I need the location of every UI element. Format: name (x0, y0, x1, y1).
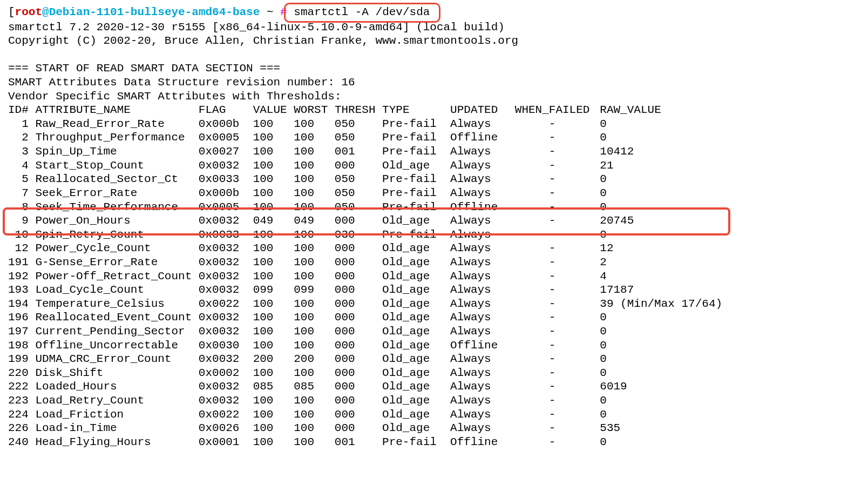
cell-thresh: 001 (335, 145, 382, 159)
cell-flag: 0x0002 (199, 366, 253, 380)
cell-worst: 100 (294, 311, 335, 325)
cell-name: Load_Friction (29, 408, 199, 422)
table-row: 10Spin_Retry_Count0x0033100100030Pre-fai… (8, 228, 860, 242)
table-row: 8Seek_Time_Performance0x0005100100050Pre… (8, 200, 860, 214)
cell-flag: 0x0032 (199, 270, 253, 284)
cell-value: 085 (253, 380, 294, 394)
cell-flag: 0x0033 (199, 228, 253, 242)
cell-raw: 0 (593, 172, 607, 186)
cell-updated: Always (450, 283, 511, 297)
cell-updated: Always (450, 145, 511, 159)
cell-when: - (511, 366, 593, 380)
cell-thresh: 050 (335, 117, 382, 131)
cell-id: 12 (8, 241, 29, 255)
revision-line: SMART Attributes Data Structure revision… (8, 76, 860, 90)
cell-value: 100 (253, 255, 294, 270)
table-row: 198Offline_Uncorrectable0x0030100100000O… (8, 339, 860, 353)
cell-when: - (511, 255, 593, 270)
cell-when: - (511, 283, 593, 297)
cell-value: 200 (253, 352, 294, 366)
cell-thresh: 000 (335, 255, 382, 270)
table-row: 3Spin_Up_Time0x0027100100001Pre-failAlwa… (8, 145, 860, 159)
cell-worst: 049 (294, 214, 335, 228)
cell-thresh: 001 (335, 435, 382, 449)
cell-when: - (511, 241, 593, 255)
cell-raw: 20745 (593, 214, 634, 228)
cell-flag: 0x000b (199, 186, 253, 200)
cell-flag: 0x0032 (199, 352, 253, 366)
table-header-row: ID#ATTRIBUTE_NAMEFLAGVALUEWORSTTHRESHTYP… (8, 103, 860, 117)
header-flag: FLAG (199, 103, 253, 117)
cell-updated: Always (450, 255, 511, 270)
cell-when: - (511, 311, 593, 325)
cell-worst: 100 (294, 241, 335, 255)
cell-raw: 0 (593, 394, 607, 408)
table-row: 1Raw_Read_Error_Rate0x000b100100050Pre-f… (8, 117, 860, 131)
cell-flag: 0x0032 (199, 241, 253, 255)
cell-value: 100 (253, 200, 294, 214)
cell-flag: 0x000b (199, 117, 253, 131)
cell-when: - (511, 421, 593, 435)
cell-when: - (511, 325, 593, 339)
table-row: 196Reallocated_Event_Count0x003210010000… (8, 311, 860, 325)
cell-thresh: 000 (335, 241, 382, 255)
cell-raw: 0 (593, 325, 607, 339)
cell-updated: Always (450, 311, 511, 325)
cell-raw: 0 (593, 117, 607, 131)
cell-updated: Always (450, 325, 511, 339)
cell-updated: Offline (450, 435, 511, 449)
cell-flag: 0x0001 (199, 435, 253, 449)
cell-type: Old_age (382, 339, 450, 353)
cell-worst: 100 (294, 297, 335, 311)
cell-worst: 100 (294, 200, 335, 214)
cell-raw: 17187 (593, 283, 634, 297)
cell-raw: 2 (593, 255, 607, 270)
cell-value: 100 (253, 297, 294, 311)
cell-flag: 0x0032 (199, 394, 253, 408)
cell-value: 100 (253, 131, 294, 145)
cell-raw: 0 (593, 352, 607, 366)
cell-type: Pre-fail (382, 172, 450, 186)
cell-raw: 535 (593, 421, 620, 435)
cell-id: 2 (8, 131, 29, 145)
cell-name: Power_Cycle_Count (29, 241, 199, 255)
cell-id: 10 (8, 228, 29, 242)
cell-when: - (511, 200, 593, 214)
cell-name: Temperature_Celsius (29, 297, 199, 311)
table-row: 194Temperature_Celsius0x0022100100000Old… (8, 297, 860, 311)
cell-raw: 0 (593, 311, 607, 325)
cell-name: Spin_Retry_Count (29, 228, 199, 242)
cell-updated: Always (450, 228, 511, 242)
cell-worst: 100 (294, 421, 335, 435)
table-row: 226Load-in_Time0x0026100100000Old_ageAlw… (8, 421, 860, 435)
blank-line (8, 48, 860, 62)
cell-thresh: 000 (335, 214, 382, 228)
cell-id: 5 (8, 172, 29, 186)
command-text: smartctl -A /dev/sda (287, 6, 430, 18)
cell-value: 100 (253, 325, 294, 339)
cell-value: 049 (253, 214, 294, 228)
cell-thresh: 000 (335, 380, 382, 394)
cell-updated: Always (450, 159, 511, 173)
cell-name: Disk_Shift (29, 366, 199, 380)
header-value: VALUE (253, 103, 294, 117)
cell-id: 226 (8, 421, 29, 435)
cell-value: 100 (253, 394, 294, 408)
cell-flag: 0x0022 (199, 408, 253, 422)
cell-thresh: 050 (335, 200, 382, 214)
cell-worst: 100 (294, 172, 335, 186)
cell-thresh: 000 (335, 366, 382, 380)
cell-worst: 099 (294, 283, 335, 297)
cell-type: Pre-fail (382, 228, 450, 242)
cell-name: Seek_Time_Performance (29, 200, 199, 214)
cell-flag: 0x0032 (199, 311, 253, 325)
cell-name: UDMA_CRC_Error_Count (29, 352, 199, 366)
cell-when: - (511, 339, 593, 353)
cell-name: Offline_Uncorrectable (29, 339, 199, 353)
cell-thresh: 000 (335, 283, 382, 297)
cell-updated: Always (450, 408, 511, 422)
header-type: TYPE (382, 103, 450, 117)
shell-prompt[interactable]: [root@Debian-1101-bullseye-amd64-base ~ … (8, 5, 860, 19)
cell-worst: 100 (294, 159, 335, 173)
header-thresh: THRESH (335, 103, 382, 117)
